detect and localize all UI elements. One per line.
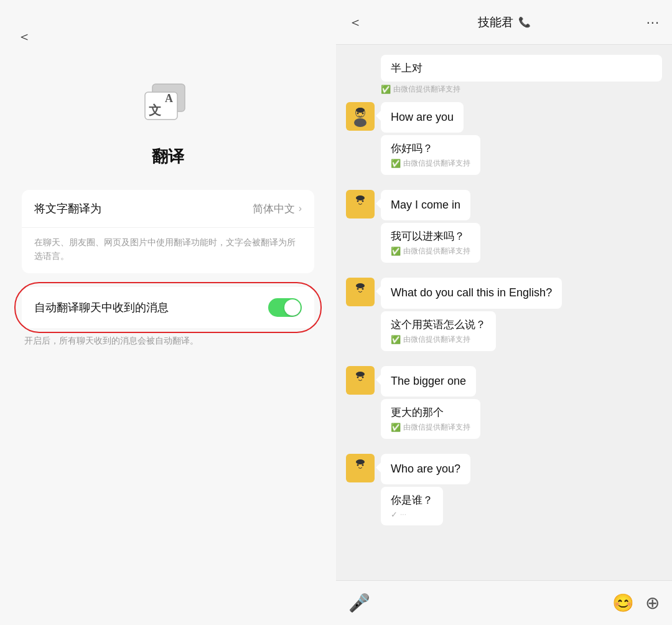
translation-text-5: 你是谁？ — [391, 493, 433, 507]
svg-point-19 — [356, 372, 365, 377]
avatar-3 — [346, 278, 375, 306]
translation-source-1: ✅ 由微信提供翻译支持 — [391, 158, 470, 169]
translation-text-3: 这个用英语怎么说？ — [391, 317, 486, 332]
translation-source-3: ✅ 由微信提供翻译支持 — [391, 334, 486, 345]
chat-title: 技能君 — [478, 14, 513, 31]
translation-source-text-1: 由微信提供翻译支持 — [403, 158, 470, 169]
chat-bottom-bar: 🎤 😊 ⊕ — [336, 580, 672, 625]
translate-title: 翻译 — [152, 146, 184, 167]
translation-text-1: 你好吗？ — [391, 141, 470, 156]
translation-row-3: 这个用英语怎么说？ ✅ 由微信提供翻译支持 — [346, 311, 662, 351]
message-group-5: Who are you? 你是谁？ ✓ ··· — [346, 454, 662, 530]
svg-point-24 — [357, 464, 359, 466]
emoji-button[interactable]: 😊 — [612, 593, 634, 613]
svg-point-15 — [356, 283, 365, 288]
translation-source-text-2: 由微信提供翻译支持 — [403, 246, 470, 256]
phone-icon: 📞 — [518, 16, 531, 28]
message-row-1: How are you — [346, 102, 662, 133]
settings-card: 将文字翻译为 简体中文 › 在聊天、朋友圈、网页及图片中使用翻译功能时，文字会被… — [22, 190, 314, 273]
translation-row-4: 更大的那个 ✅ 由微信提供翻译支持 — [346, 399, 662, 439]
translation-text-2: 我可以进来吗？ — [391, 229, 470, 243]
translation-source-4: ✅ 由微信提供翻译支持 — [391, 422, 470, 433]
svg-point-9 — [362, 113, 364, 115]
left-panel: ＜ A 文 翻译 将文字翻译为 简体中文 › 在聊天、朋友圈、网页及图片中使用翻… — [0, 0, 336, 625]
svg-point-5 — [354, 118, 366, 127]
svg-point-20 — [357, 376, 359, 378]
translate-icon: A 文 — [140, 81, 196, 131]
translation-bubble-1: 你好吗？ ✅ 由微信提供翻译支持 — [381, 135, 480, 175]
check-icon: ✅ — [381, 85, 391, 94]
translate-icon-area: A 文 — [140, 81, 196, 133]
chat-title-area: 技能君 📞 — [478, 14, 531, 31]
check-icon-1: ✅ — [391, 159, 401, 168]
auto-translate-toggle[interactable] — [268, 298, 302, 317]
chat-messages: 半上对 ✅ 由微信提供翻译支持 — [336, 45, 672, 580]
chat-more-button[interactable]: ··· — [646, 14, 660, 31]
translation-bubble-4: 更大的那个 ✅ 由微信提供翻译支持 — [381, 399, 480, 439]
translation-source-5: ✓ ··· — [391, 510, 433, 519]
translation-source-text-3: 由微信提供翻译支持 — [403, 334, 470, 345]
translate-target-label: 将文字翻译为 — [34, 201, 101, 216]
message-row-2: May I come in — [346, 190, 662, 220]
left-back-button[interactable]: ＜ — [17, 27, 31, 46]
check-icon-2: ✅ — [391, 247, 401, 256]
message-row-4: The bigger one — [346, 366, 662, 397]
message-group-4: The bigger one 更大的那个 ✅ 由微信提供翻译支持 — [346, 366, 662, 444]
message-group-1: How are you 你好吗？ ✅ 由微信提供翻译支持 — [346, 102, 662, 180]
chat-header: ＜ 技能君 📞 ··· — [336, 0, 672, 45]
translation-text-4: 更大的那个 — [391, 405, 470, 420]
avatar-1 — [346, 102, 375, 131]
translation-bubble-2: 我可以进来吗？ ✅ 由微信提供翻译支持 — [381, 223, 480, 263]
partial-top-source: 由微信提供翻译支持 — [393, 84, 460, 95]
message-bubble-5-en: Who are you? — [381, 454, 470, 484]
right-panel: ＜ 技能君 📞 ··· 半上对 ✅ 由微信提供翻译支持 — [336, 0, 672, 625]
svg-point-7 — [356, 108, 365, 113]
svg-point-12 — [357, 200, 359, 202]
translation-row-2: 我可以进来吗？ ✅ 由微信提供翻译支持 — [346, 223, 662, 263]
toggle-thumb — [284, 299, 301, 316]
svg-point-13 — [362, 200, 364, 202]
auto-translate-footer: 开启后，所有聊天收到的消息会被自动翻译。 — [22, 328, 314, 347]
svg-point-21 — [362, 376, 364, 378]
avatar-4 — [346, 366, 375, 395]
message-group-3: What do you call this in English? 这个用英语怎… — [346, 278, 662, 355]
svg-text:A: A — [165, 92, 173, 105]
bottom-right-icons: 😊 ⊕ — [612, 593, 660, 613]
avatar-2 — [346, 190, 375, 219]
translation-source-2: ✅ 由微信提供翻译支持 — [391, 246, 470, 256]
message-bubble-4-en: The bigger one — [381, 366, 476, 397]
auto-translate-section: 自动翻译聊天中收到的消息 开启后，所有聊天收到的消息会被自动翻译。 — [22, 287, 314, 347]
svg-text:文: 文 — [149, 103, 161, 117]
message-bubble-2-en: May I come in — [381, 190, 470, 220]
translation-row-1: 你好吗？ ✅ 由微信提供翻译支持 — [346, 135, 662, 175]
check-icon-5: ✓ — [391, 510, 398, 519]
chevron-right-icon: › — [299, 203, 302, 214]
translate-desc: 在聊天、朋友圈、网页及图片中使用翻译功能时，文字会被翻译为所选语言。 — [22, 228, 314, 273]
translation-source-text-5: ··· — [400, 510, 406, 519]
microphone-button[interactable]: 🎤 — [348, 593, 370, 613]
partial-top-message: 半上对 ✅ 由微信提供翻译支持 — [346, 55, 662, 95]
chat-back-button[interactable]: ＜ — [348, 13, 362, 32]
svg-point-25 — [362, 464, 364, 466]
auto-translate-label: 自动翻译聊天中收到的消息 — [34, 300, 169, 315]
translate-target-value: 简体中文 › — [253, 202, 302, 216]
translation-bubble-3: 这个用英语怎么说？ ✅ 由微信提供翻译支持 — [381, 311, 496, 351]
auto-translate-card: 自动翻译聊天中收到的消息 — [22, 287, 314, 328]
svg-point-16 — [357, 288, 359, 290]
check-icon-4: ✅ — [391, 423, 401, 432]
svg-point-8 — [357, 113, 359, 115]
avatar-5 — [346, 454, 375, 482]
message-bubble-3-en: What do you call this in English? — [381, 278, 562, 308]
partial-top-translation: ✅ 由微信提供翻译支持 — [381, 84, 662, 95]
partial-top-bubble: 半上对 — [381, 55, 662, 82]
translate-target-row[interactable]: 将文字翻译为 简体中文 › — [22, 190, 314, 228]
check-icon-3: ✅ — [391, 335, 401, 344]
message-row-5: Who are you? — [346, 454, 662, 484]
message-row-3: What do you call this in English? — [346, 278, 662, 308]
svg-point-17 — [362, 288, 364, 290]
svg-point-23 — [356, 459, 365, 464]
translation-bubble-5: 你是谁？ ✓ ··· — [381, 487, 443, 525]
translation-row-5: 你是谁？ ✓ ··· — [346, 487, 662, 525]
add-button[interactable]: ⊕ — [645, 593, 660, 613]
translation-source-text-4: 由微信提供翻译支持 — [403, 422, 470, 433]
